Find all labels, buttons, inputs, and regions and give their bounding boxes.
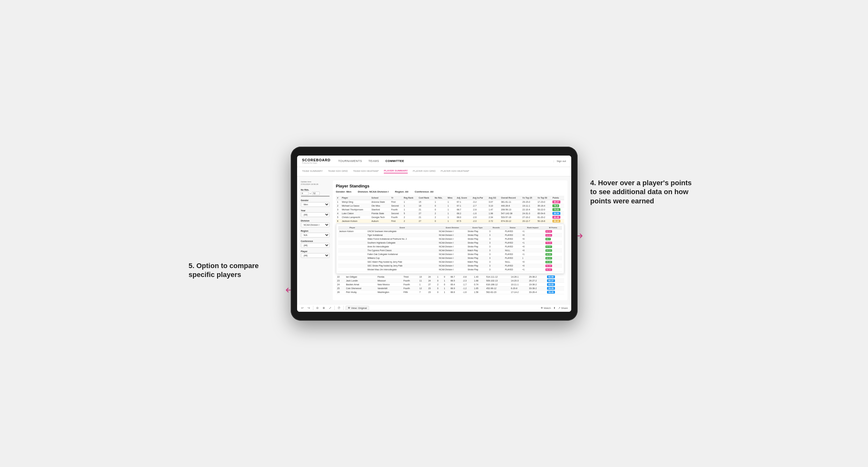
tablet-frame: SCOREBOARD Powered by clippi TOURNAMENTS… [291, 147, 578, 321]
watch-icon: 👁 [540, 307, 543, 310]
popup-table: Player Event Event Division Event Type R… [338, 226, 562, 272]
share-icon-btn[interactable]: ⬆ [553, 307, 556, 310]
no-rds-min-input[interactable] [301, 192, 309, 195]
filter-gender: Gender: Men [336, 190, 351, 193]
points-badge-23[interactable]: 60.27 [547, 279, 555, 282]
export-icon: ⬆ [553, 307, 556, 310]
subnav-player-h2h-grid[interactable]: PLAYER H2H GRID [413, 169, 435, 173]
table-row: 24 Bastien Amat New Mexico Fourth 1 27 2… [336, 282, 564, 286]
zoom-out-button[interactable]: ⊖ [315, 306, 320, 310]
division-label: Division [301, 220, 330, 222]
nav-separator: | [553, 160, 554, 162]
points-badge-4[interactable]: 68.54 [552, 212, 560, 215]
popup-table-row: Wake Forest Invitational at Pinehurst No… [338, 237, 562, 241]
brand-sub: Powered by clippi [302, 162, 331, 164]
region-filter: Region N/A [301, 230, 330, 238]
nav-tournaments[interactable]: TOURNAMENTS [338, 159, 362, 162]
region-label: Region [301, 230, 330, 232]
year-select[interactable]: (All) [301, 212, 330, 217]
tooltip-overlay: Player Event Event Division Event Type R… [336, 224, 564, 274]
nav-committee[interactable]: COMMITTEE [385, 159, 404, 162]
table-row: 2 Michael La Sasso Ole Miss Second 1 18 … [336, 204, 564, 208]
brand-title: SCOREBOARD [302, 158, 331, 162]
region-select[interactable]: N/A [301, 233, 330, 238]
player-select[interactable]: (All) [301, 253, 330, 258]
w-points-badge[interactable]: 62.64 [546, 230, 552, 233]
division-select[interactable]: NCAA Division I [301, 222, 330, 227]
w-points-badge[interactable]: 25.98 [546, 261, 552, 263]
subnav-team-h2h-heatmap[interactable]: TEAM H2H HEATMAP [353, 169, 379, 173]
nav-links: TOURNAMENTS TEAMS COMMITTEE [338, 159, 553, 162]
table-row: 23 Jack Lundin Missouri Fourth 11 24 0 1… [336, 279, 564, 282]
table-row: 1 Wenyi Ding Arizona State First 1 15 1 … [336, 200, 564, 204]
additional-rows-table: 22 Ian Gilligan Florida Third 10 24 1 0 … [336, 275, 564, 294]
points-badge-22[interactable]: 60.68 [547, 275, 555, 278]
w-points-badge[interactable]: 66.40 [546, 269, 552, 271]
w-points-badge[interactable]: 46.7 [546, 238, 551, 240]
no-rds-slider[interactable] [301, 196, 330, 197]
no-rds-label: No Rds. [301, 189, 330, 191]
subnav-team-summary[interactable]: TEAM SUMMARY [302, 169, 323, 173]
subnav-player-h2h-heatmap[interactable]: PLAYER H2H HEATMAP [441, 169, 469, 173]
popup-table-row: Fallen Oak Collegiate Invitational NCAA … [338, 252, 562, 256]
w-points-badge[interactable]: 16.50 [546, 253, 552, 256]
view-original-button[interactable]: 👁 View: Original [345, 306, 369, 310]
annotation-left: 5. Option to compare specific players [189, 261, 278, 280]
table-row: 26 Petr Hruby Washington Fifth 7 23 0 1 … [336, 290, 564, 294]
w-points-badge[interactable]: 24.11 [546, 249, 552, 252]
gender-select[interactable]: Men [301, 202, 330, 207]
nav-teams[interactable]: TEAMS [369, 159, 379, 162]
points-badge-6[interactable]: 68.18 [552, 220, 560, 222]
w-points-badge[interactable]: 30.47 [546, 257, 552, 259]
table-area: Player Standings Gender: Men Division: N… [333, 180, 567, 300]
popup-table-row: SEC Stroke Play hosted by Jerry Pate NCA… [338, 263, 562, 268]
no-rds-filter: No Rds. – [301, 189, 330, 197]
undo-button[interactable]: ↩ [300, 306, 305, 310]
points-badge-24[interactable]: 60.02 [547, 283, 555, 286]
table-header: # Player School Yr Reg Rank Conf Rank No… [336, 196, 564, 200]
points-badge-26[interactable]: 58.49 [547, 291, 555, 293]
conference-select[interactable]: (All) [301, 243, 330, 248]
gender-filter: Gender Men [301, 199, 330, 207]
points-badge-5[interactable]: 80.49 [552, 216, 560, 219]
points-badge-25[interactable]: 59.95 [547, 287, 555, 290]
popup-table-row: Amer An Intercollegiate NCAA Division I … [338, 245, 562, 248]
fit-button[interactable]: ⤢ [328, 306, 333, 310]
points-badge-2[interactable]: 76.3 [552, 204, 559, 207]
sign-out-link[interactable]: Sign out [557, 160, 566, 162]
share-button[interactable]: ↗ Share [558, 307, 568, 310]
eye-icon: 👁 [348, 307, 350, 310]
w-points-badge[interactable]: 56.38 [546, 264, 552, 267]
share-icon: ↗ [558, 307, 560, 310]
watch-button[interactable]: 👁 Watch [540, 307, 551, 310]
year-label: Year [301, 210, 330, 212]
clock-button[interactable]: ⏱ [337, 306, 341, 310]
popup-table-row: SEC Match Play hosted by Jerry Pate NCAA… [338, 260, 562, 263]
points-badge-1[interactable]: 80.27 [552, 200, 560, 204]
player-filter: Player (All) [301, 250, 330, 258]
popup-table-row: Jackson Kolson UNCW Seahawk Intercollegi… [338, 229, 562, 233]
tablet-screen: SCOREBOARD Powered by clippi TOURNAMENTS… [297, 156, 571, 312]
sidebar: Update time: 27/01/2024 16:56:26 No Rds.… [301, 180, 330, 300]
sub-nav: TEAM SUMMARY TEAM H2H GRID TEAM H2H HEAT… [297, 167, 571, 177]
points-badge-3[interactable]: 73.21 [552, 208, 560, 211]
conference-label: Conference [301, 240, 330, 242]
popup-table-row: Williams Cup NCAA Division I Stroke Play… [338, 256, 562, 260]
zoom-in-button[interactable]: ⊕ [322, 306, 326, 310]
subnav-team-h2h-grid[interactable]: TEAM H2H GRID [328, 169, 348, 173]
table-row: 22 Ian Gilligan Florida Third 10 24 1 0 … [336, 275, 564, 279]
table-row: 5 Christo Lamprecht Georgia Tech Fourth … [336, 215, 564, 219]
w-points-badge[interactable]: 57.57 [546, 245, 552, 248]
annotation-right: 4. Hover over a player's points to see a… [590, 179, 699, 206]
popup-table-row: Tiger Invitational NCAA Division I Strok… [338, 233, 562, 237]
w-points-badge[interactable]: 73.33 [546, 242, 552, 244]
table-row: 3 Michael Thorbjornsen Stanford Fourth 1… [336, 208, 564, 211]
conference-filter: Conference (All) [301, 240, 330, 248]
gender-label: Gender [301, 199, 330, 201]
subnav-player-summary[interactable]: PLAYER SUMMARY [384, 169, 408, 174]
redo-button[interactable]: ↪ [307, 306, 311, 310]
main-content: Update time: 27/01/2024 16:56:26 No Rds.… [297, 177, 571, 304]
popup-table-row: Mirobel Maui Jim Intercollegiate NCAA Di… [338, 268, 562, 271]
w-points-badge[interactable]: 53.60 [546, 234, 552, 237]
no-rds-max-input[interactable] [312, 192, 320, 195]
